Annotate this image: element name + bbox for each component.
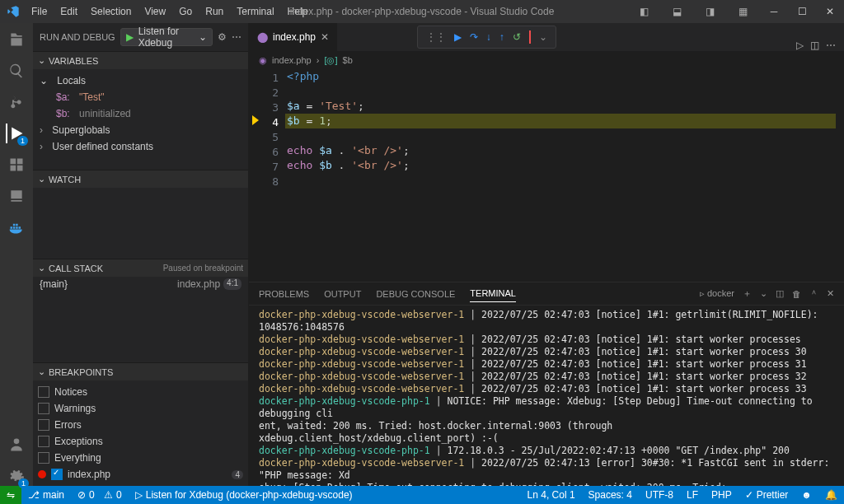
- remote-indicator[interactable]: ⇋: [0, 486, 21, 504]
- panel: PROBLEMS OUTPUT DEBUG CONSOLE TERMINAL ▹…: [249, 282, 844, 486]
- bp-notices[interactable]: Notices: [38, 384, 243, 400]
- warning-icon: ⚠: [104, 489, 113, 501]
- activity-search-icon[interactable]: [7, 61, 26, 81]
- launch-config-select[interactable]: ▶ Listen for Xdebug ⌄: [120, 28, 213, 46]
- file-tab-index[interactable]: ⬤ index.php ✕: [249, 23, 338, 51]
- step-into-button[interactable]: ↓: [486, 31, 491, 43]
- layout-left-icon[interactable]: ◧: [630, 1, 658, 22]
- split-editor-icon[interactable]: ◫: [810, 40, 819, 51]
- bp-exceptions[interactable]: Exceptions: [38, 433, 243, 450]
- layout-grid-icon[interactable]: ▦: [729, 1, 757, 22]
- debug-icon: ▷: [135, 489, 143, 501]
- check-icon: ✓: [745, 489, 753, 501]
- terminal-profile[interactable]: ▹ docker: [700, 288, 734, 299]
- window-maximize[interactable]: ☐: [788, 1, 816, 22]
- section-watch[interactable]: WATCH: [33, 170, 248, 188]
- callstack-status: Paused on breakpoint: [163, 264, 243, 273]
- new-terminal-icon[interactable]: ＋: [743, 287, 752, 300]
- launch-config-name: Listen for Xdebug: [138, 26, 194, 49]
- status-encoding[interactable]: UTF-8: [639, 489, 680, 501]
- tab-debug-console[interactable]: DEBUG CONSOLE: [376, 286, 455, 302]
- bp-errors[interactable]: Errors: [38, 417, 243, 433]
- activity-bar: 1 1: [0, 23, 33, 486]
- error-icon: ⊘: [77, 489, 86, 501]
- menu-view[interactable]: View: [138, 2, 172, 21]
- activity-scm-icon[interactable]: [7, 92, 26, 112]
- close-icon[interactable]: ✕: [321, 31, 329, 43]
- callstack-frame[interactable]: {main} index.php4:1: [33, 277, 248, 292]
- sidebar-title: RUN AND DEBUG: [40, 32, 115, 42]
- terminal-dropdown-icon[interactable]: ⌄: [760, 288, 767, 299]
- locals-node[interactable]: ⌄ Locals: [40, 72, 248, 89]
- status-feedback-icon[interactable]: ☻: [795, 489, 818, 501]
- menu-terminal[interactable]: Terminal: [230, 2, 280, 21]
- activity-run-debug-icon[interactable]: 1: [6, 124, 26, 143]
- activity-settings-icon[interactable]: 1: [7, 466, 26, 486]
- window-close[interactable]: ✕: [816, 1, 844, 22]
- superglobals-node[interactable]: › Superglobals: [40, 122, 248, 138]
- activity-extensions-icon[interactable]: [7, 155, 26, 175]
- layout-right-icon[interactable]: ◨: [696, 1, 724, 22]
- bp-active-file[interactable]: index.php4: [38, 466, 243, 483]
- status-branch[interactable]: ⎇main: [21, 489, 71, 501]
- layout-bottom-icon[interactable]: ⬓: [663, 1, 691, 22]
- section-callstack[interactable]: CALL STACK Paused on breakpoint: [33, 259, 248, 277]
- terminal-output[interactable]: docker-php-xdebug-vscode-webserver-1 | 2…: [249, 306, 844, 486]
- step-over-button[interactable]: ↷: [470, 31, 478, 43]
- breadcrumb[interactable]: ◉ index.php › [◎] $b: [249, 51, 844, 69]
- tab-problems[interactable]: PROBLEMS: [259, 286, 309, 302]
- section-breakpoints[interactable]: BREAKPOINTS: [33, 362, 248, 380]
- code-editor[interactable]: 1 2 3 4 5 6 7 8 <?php $a = 'Test'; $b = …: [249, 69, 844, 282]
- section-variables[interactable]: VARIABLES: [33, 51, 248, 69]
- remote-icon: ⇋: [7, 489, 15, 501]
- status-problems[interactable]: ⊘0 ⚠0: [71, 489, 129, 501]
- status-eol[interactable]: LF: [680, 489, 705, 501]
- more-icon[interactable]: ⋯: [232, 31, 241, 43]
- userconst-node[interactable]: › User defined constants: [40, 138, 248, 155]
- tab-output[interactable]: OUTPUT: [324, 286, 361, 302]
- menu-selection[interactable]: Selection: [84, 2, 138, 21]
- status-xdebug[interactable]: ▷Listen for Xdebug (docker-php-xdebug-vs…: [129, 489, 359, 501]
- drag-handle-icon[interactable]: ⋮⋮: [426, 31, 446, 43]
- menu-edit[interactable]: Edit: [54, 2, 84, 21]
- status-spaces[interactable]: Spaces: 4: [582, 489, 639, 501]
- chevron-down-icon: ⌄: [199, 31, 207, 43]
- kill-terminal-icon[interactable]: 🗑: [792, 289, 801, 299]
- vscode-logo-icon: [7, 5, 20, 18]
- status-bell-icon[interactable]: 🔔: [818, 489, 844, 501]
- activity-account-icon[interactable]: [7, 435, 26, 455]
- activity-remote-icon[interactable]: [7, 186, 26, 206]
- editor-more-icon[interactable]: ⋯: [826, 40, 836, 51]
- window-minimize[interactable]: ─: [760, 1, 788, 22]
- line-gutter: 1 2 3 4 5 6 7 8: [249, 69, 287, 282]
- var-b[interactable]: $b: uninitialized: [40, 105, 248, 122]
- status-prettier[interactable]: ✓Prettier: [738, 489, 795, 501]
- debug-more-icon[interactable]: ⌄: [539, 31, 547, 43]
- activity-docker-icon[interactable]: [7, 217, 26, 237]
- split-terminal-icon[interactable]: ◫: [776, 288, 784, 299]
- play-icon: ▶: [126, 31, 134, 43]
- bp-warnings[interactable]: Warnings: [38, 400, 243, 417]
- php-file-icon: ⬤: [257, 31, 268, 43]
- continue-button[interactable]: ▶: [454, 31, 462, 43]
- var-a[interactable]: $a: "Test": [40, 89, 248, 105]
- gear-icon[interactable]: ⚙: [218, 31, 227, 43]
- status-language[interactable]: PHP: [705, 489, 738, 501]
- tab-terminal[interactable]: TERMINAL: [470, 285, 516, 302]
- stop-button[interactable]: [529, 31, 531, 43]
- activity-explorer-icon[interactable]: [7, 30, 26, 49]
- maximize-panel-icon[interactable]: ＾: [809, 287, 818, 300]
- tab-label: index.php: [273, 31, 316, 43]
- restart-button[interactable]: ↺: [513, 31, 521, 43]
- run-file-icon[interactable]: ▷: [796, 40, 804, 51]
- menu-file[interactable]: File: [25, 2, 54, 21]
- close-panel-icon[interactable]: ✕: [827, 288, 834, 299]
- status-lncol[interactable]: Ln 4, Col 1: [521, 489, 582, 501]
- status-bar: ⇋ ⎇main ⊘0 ⚠0 ▷Listen for Xdebug (docker…: [0, 486, 844, 504]
- step-out-button[interactable]: ↑: [499, 31, 504, 43]
- menu-go[interactable]: Go: [172, 2, 199, 21]
- menu-run[interactable]: Run: [199, 2, 230, 21]
- bp-everything[interactable]: Everything: [38, 450, 243, 466]
- branch-icon: ⎇: [28, 489, 40, 501]
- window-title: index.php - docker-php-xdebug-vscode - V…: [290, 6, 555, 17]
